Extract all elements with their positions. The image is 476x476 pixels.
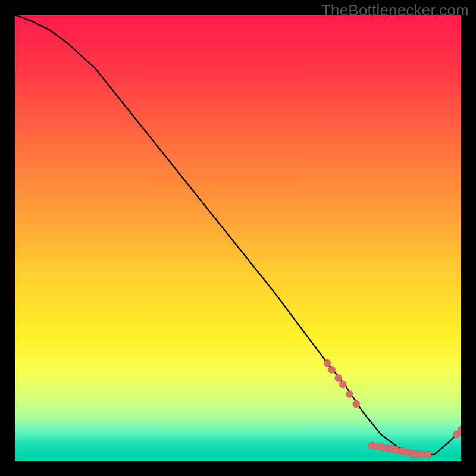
data-point — [424, 451, 431, 458]
data-point — [353, 400, 360, 408]
data-point — [346, 391, 353, 398]
data-point — [328, 366, 336, 373]
plot-area — [15, 15, 461, 461]
data-point — [418, 451, 425, 458]
data-point — [339, 381, 346, 388]
data-point — [335, 375, 342, 382]
data-point — [399, 447, 406, 455]
chart-frame: TheBottlenecker.com — [0, 0, 476, 476]
watermark-text: TheBottlenecker.com — [321, 1, 469, 20]
data-point — [324, 359, 331, 367]
gradient-background — [15, 15, 461, 461]
chart-svg — [15, 15, 461, 461]
